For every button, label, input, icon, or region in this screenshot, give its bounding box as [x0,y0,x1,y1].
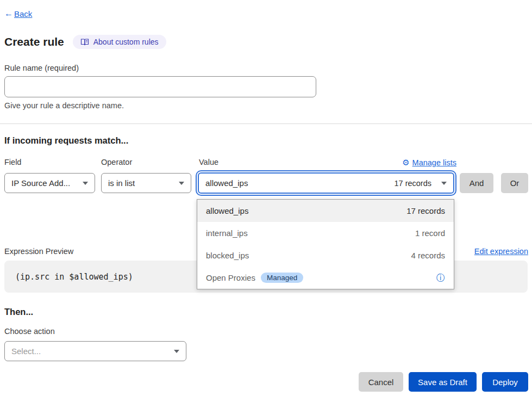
list-name: Open Proxies [206,273,255,282]
managed-badge: Managed [261,273,303,283]
manage-lists-label: Manage lists [412,158,456,167]
about-custom-rules-label: About custom rules [93,38,159,46]
chevron-down-icon [441,182,447,185]
chevron-down-icon [174,350,179,353]
dropdown-item-internal-ips[interactable]: internal_ips 1 record [197,222,454,244]
back-arrow-icon: ← [4,9,13,18]
cancel-button[interactable]: Cancel [359,372,403,392]
chevron-down-icon [83,182,88,185]
chevron-down-icon [179,182,184,185]
dropdown-item-open-proxies[interactable]: Open Proxies Managed ⓘ [197,267,454,289]
or-button[interactable]: Or [501,173,528,193]
field-select[interactable]: IP Source Add... [4,173,95,193]
operator-select-value: is in list [108,178,135,188]
expression-code: (ip.src in $allowed_ips) [15,272,133,282]
value-label: Value [199,158,218,166]
rule-name-helper: Give your rule a descriptive name. [4,101,124,110]
gear-icon: ⚙ [402,158,409,168]
dropdown-item-blocked-ips[interactable]: blocked_ips 4 records [197,244,454,267]
deploy-button[interactable]: Deploy [482,372,528,392]
then-heading: Then... [4,307,33,317]
value-select-selected: allowed_ips [205,178,248,188]
create-rule-page: ←Back Create rule About custom rules Rul… [0,0,532,402]
back-link[interactable]: ←Back [4,9,32,18]
field-select-value: IP Source Add... [11,178,70,188]
save-as-draft-button[interactable]: Save as Draft [409,372,477,392]
list-name: blocked_ips [206,251,249,260]
book-icon [80,38,89,46]
back-link-label: Back [14,9,32,18]
operator-label: Operator [101,158,132,166]
manage-lists-link[interactable]: ⚙ Manage lists [380,158,456,168]
about-custom-rules-link[interactable]: About custom rules [73,35,166,49]
list-records: 4 records [411,251,445,260]
choose-action-label: Choose action [4,327,55,336]
dropdown-item-allowed-ips[interactable]: allowed_ips 17 records [197,200,454,222]
expression-preview-label: Expression Preview [4,247,73,256]
list-records: 17 records [406,206,445,215]
operator-select[interactable]: is in list [101,173,191,193]
info-icon[interactable]: ⓘ [436,274,445,282]
edit-expression-link[interactable]: Edit expression [474,247,528,256]
action-select-placeholder: Select... [11,347,41,356]
list-records: 1 record [415,228,445,238]
value-select-records: 17 records [394,179,431,188]
action-select[interactable]: Select... [4,341,186,361]
list-name: allowed_ips [206,206,248,215]
rule-name-input[interactable] [4,76,316,97]
list-dropdown-menu: allowed_ips 17 records internal_ips 1 re… [197,199,454,289]
page-title: Create rule [4,35,64,48]
rule-name-label: Rule name (required) [4,64,79,72]
title-row: Create rule About custom rules [4,35,166,49]
and-button[interactable]: And [460,173,493,193]
field-label: Field [4,158,21,166]
value-select[interactable]: allowed_ips 17 records [198,172,454,194]
match-section-heading: If incoming requests match... [4,135,128,146]
list-name: internal_ips [206,228,248,238]
section-divider [0,123,532,124]
